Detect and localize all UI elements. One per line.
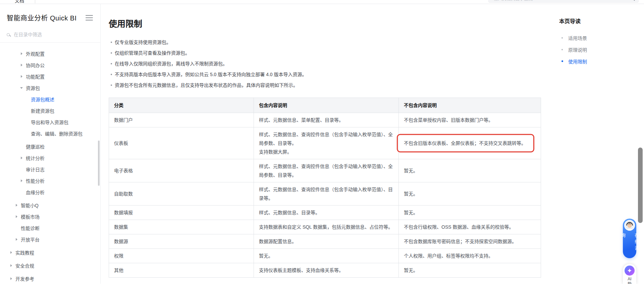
category-cell: 数据源: [109, 234, 254, 249]
excluded-cell: 不包含菜单授权内容、旧版本数据门户等。: [399, 113, 541, 127]
excluded-cell: 个人权限、用户组、标签等权限均不支持。: [399, 249, 541, 263]
sidebar-item[interactable]: 查询、编辑、删除资源包: [0, 128, 100, 139]
sidebar-item[interactable]: 模板市场: [0, 211, 100, 222]
toc-filter-input[interactable]: [13, 32, 84, 38]
table-row: 其他支持仪表板主题模板、支持血缘关系等。暂无。: [109, 263, 541, 278]
caret-right-icon: [9, 251, 13, 254]
caret-down-icon: [20, 87, 23, 89]
caret-right-icon: [15, 204, 18, 207]
sidebar-item[interactable]: 新建资源包: [0, 105, 100, 116]
sidebar-item[interactable]: 审计日志: [0, 164, 100, 175]
doc-search-input[interactable]: [493, 0, 628, 1]
sidebar-nav: 外观配置 协同办公 功能配置 资源包 资源包概述 新建资源包 导出和导入资源包 …: [0, 43, 100, 284]
header-divider: [35, 0, 35, 3]
content-table: 分类包含内容说明不包含内容说明 数据门户样式、元数据信息、菜单配置、目录等。不包…: [109, 98, 541, 278]
sidebar-item[interactable]: 开放平台: [0, 234, 100, 245]
excluded-cell: 暂无。: [399, 182, 541, 206]
sidebar-item[interactable]: 资源包: [0, 82, 100, 94]
included-cell: 支持数据表和自定义 SQL 数据集，包括元数据信息、占位符等。: [254, 220, 399, 234]
included-cell: 数据源配置信息。: [254, 234, 399, 249]
sidebar-item[interactable]: 开发参考: [0, 273, 100, 284]
caret-right-icon: [20, 64, 23, 66]
docs-home-link[interactable]: 文档: [15, 0, 24, 4]
toc-bullet-icon: [561, 49, 563, 50]
caret-right-icon: [20, 157, 23, 159]
caret-right-icon: [20, 75, 23, 78]
page-scrollbar-thumb[interactable]: [638, 148, 643, 223]
sidebar-item[interactable]: 实践教程: [0, 247, 100, 258]
included-cell: 样式、元数据信息、菜单配置、目录等。: [254, 113, 399, 127]
sidebar-collapse-icon[interactable]: [86, 14, 93, 21]
restriction-bullet: 仅专业版支持使用资源包。: [109, 39, 558, 46]
toc-title: 本页导读: [559, 17, 644, 25]
toc-item[interactable]: 适用场景: [559, 32, 644, 44]
ai-assistant-label: AI 助: [628, 277, 632, 284]
sidebar-item[interactable]: 导出和导入资源包: [0, 116, 100, 128]
column-header: 包含内容说明: [254, 98, 399, 113]
sidebar-item[interactable]: 外观配置: [0, 48, 100, 59]
toc-item[interactable]: 原理说明: [559, 44, 644, 55]
restriction-bullet: 不支持高版本向低版本导入资源，例如公共云 5.0 版本不支持向独立部署 4.0 …: [109, 71, 558, 78]
online-consult-label: 在线咨询: [616, 233, 643, 258]
support-agent-avatar: [624, 220, 635, 231]
table-header-row: 分类包含内容说明不包含内容说明: [109, 98, 541, 113]
included-cell: 样式、元数据信息、查询控件信息（包含手动输入枚举范值）、全局参数、目录等。支持数…: [254, 127, 399, 159]
table-row: 权限暂无。个人权限、用户组、标签等权限均不支持。: [109, 249, 541, 263]
toc-filter-box[interactable]: [0, 32, 100, 43]
category-cell: 数据门户: [109, 113, 254, 127]
sidebar-item[interactable]: 健康巡检: [0, 141, 100, 152]
category-cell: 电子表格: [109, 159, 254, 182]
sidebar-item[interactable]: 协同办公: [0, 59, 100, 71]
table-row: 自助取数样式、元数据信息、查询控件信息（包含手动输入枚举范值）、目录等。暂无。: [109, 182, 541, 206]
caret-right-icon: [15, 215, 18, 218]
column-header: 不包含内容说明: [399, 98, 541, 113]
sidebar-item[interactable]: 安全合规: [0, 260, 100, 271]
sidebar-item[interactable]: 功能配置: [0, 71, 100, 82]
caret-right-icon: [15, 238, 18, 241]
table-row: 数据填报样式、元数据信息、目录等。暂无。: [109, 206, 541, 220]
sidebar-item[interactable]: 资源包概述: [0, 94, 100, 105]
included-cell: 样式、元数据信息、目录等。: [254, 206, 399, 220]
top-header-bar: 文档: [0, 0, 644, 4]
sidebar-scrollbar-thumb[interactable]: [98, 140, 100, 186]
category-cell: 权限: [109, 249, 254, 263]
restriction-bullet-list: 仅专业版支持使用资源包。仅组织管理员可查看及操作资源包。在线导入仅限同组织资源包…: [109, 39, 558, 89]
sidebar-item[interactable]: 性能分析: [0, 175, 100, 186]
table-row: 数据门户样式、元数据信息、菜单配置、目录等。不包含菜单授权内容、旧版本数据门户等…: [109, 113, 541, 127]
doc-search-box[interactable]: [488, 0, 639, 3]
restriction-bullet: 仅组织管理员可查看及操作资源包。: [109, 50, 558, 56]
excluded-cell: 暂无。: [399, 263, 541, 278]
toc-bullet-icon: [561, 37, 563, 39]
table-row: 仪表板样式、元数据信息、查询控件信息（包含手动输入枚举范值）、全局参数、目录等。…: [109, 127, 541, 159]
product-title: 智能商业分析 Quick BI: [7, 13, 77, 22]
category-cell: 自助取数: [109, 182, 254, 206]
ai-assistant-button[interactable]: AI 助: [623, 264, 636, 284]
restriction-bullet: 资源包不包含所有元数据信息，且仅支持导出发布状态的作品，具体内容说明如下所示。: [109, 82, 558, 89]
caret-right-icon: [20, 52, 23, 55]
excluded-cell: 暂无。: [399, 159, 541, 182]
online-consult-button[interactable]: 在线咨询: [623, 219, 636, 258]
toc-list: 适用场景 原理说明 使用限制: [559, 32, 644, 67]
sidebar-item[interactable]: 统计分析: [0, 152, 100, 164]
caret-right-icon: [20, 179, 23, 182]
toc-item[interactable]: 使用限制: [559, 55, 644, 67]
excluded-cell: 暂无。: [399, 206, 541, 220]
excluded-cell: 不包含旧版本仪表板、全屏仪表板；不支持交叉表跳转等。: [399, 127, 541, 159]
ai-sparkle-icon: [625, 266, 635, 276]
excluded-cell: 不包含行级权限、OSS 数据源、血缘关系的校验等。: [399, 220, 541, 234]
included-cell: 样式、元数据信息、查询控件信息（包含手动输入枚举范值）、全局参数、目录等。: [254, 159, 399, 182]
sidebar-item[interactable]: 智能小Q: [0, 200, 100, 211]
sidebar-item[interactable]: 性能诊断: [0, 222, 100, 234]
included-cell: 支持仪表板主题模板、支持血缘关系等。: [254, 263, 399, 278]
restriction-bullet: 在线导入仅限同组织资源包，离线导入不限制资源包。: [109, 60, 558, 67]
sidebar-item[interactable]: 血缘分析: [0, 186, 100, 198]
filter-search-icon: [7, 33, 10, 36]
table-row: 数据集支持数据表和自定义 SQL 数据集，包括元数据信息、占位符等。不包含行级权…: [109, 220, 541, 234]
excluded-cell: 不包含数据库账号密码信息；不支持探索空间数据源。: [399, 234, 541, 249]
column-header: 分类: [109, 98, 254, 113]
category-cell: 其他: [109, 263, 254, 278]
caret-right-icon: [9, 264, 13, 267]
quickbi-docs-page: { "colors":{ "accent":"#1366ec", "annota…: [0, 0, 644, 284]
caret-right-icon: [9, 277, 13, 280]
page-title: 使用限制: [109, 19, 558, 29]
